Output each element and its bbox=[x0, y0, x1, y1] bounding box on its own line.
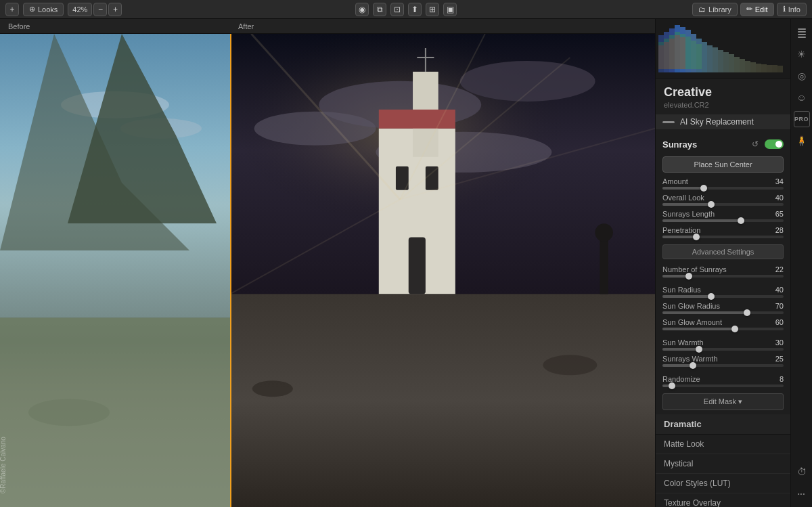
svg-rect-28 bbox=[600, 238, 608, 294]
info-button[interactable]: ℹ Info bbox=[777, 3, 807, 16]
grid-button[interactable]: ⊞ bbox=[426, 3, 439, 16]
svg-rect-64 bbox=[691, 41, 696, 69]
library-label: Library bbox=[708, 5, 731, 14]
zoom-control: 42% − + bbox=[68, 3, 122, 16]
sunrays-warmth-track[interactable] bbox=[662, 364, 784, 367]
overall-look-label: Overall Look bbox=[662, 194, 704, 202]
panel-subtitle: elevated.CR2 bbox=[656, 101, 790, 114]
svg-point-11 bbox=[460, 61, 595, 102]
zoom-out-button[interactable]: − bbox=[93, 3, 107, 16]
top-bar-right: 🗂 Library ✏ Edit ℹ Info bbox=[461, 3, 807, 16]
watermark: ©Raffaele Caivano bbox=[0, 437, 7, 493]
split-divider[interactable] bbox=[230, 34, 231, 507]
sun-glow-amount-slider-row: Sun Glow Amount 60 bbox=[656, 316, 790, 332]
histogram-area bbox=[656, 19, 790, 79]
svg-rect-71 bbox=[798, 28, 806, 30]
person-icon[interactable]: 🧍 bbox=[794, 133, 810, 149]
looks-button[interactable]: ⊕ Looks bbox=[23, 3, 64, 16]
sunrays-length-label: Sunrays Length bbox=[662, 210, 715, 218]
history-icon[interactable]: ⏱ bbox=[794, 464, 810, 480]
num-sunrays-slider-row: Number of Sunrays 22 bbox=[656, 263, 790, 280]
sunrays-length-value: 65 bbox=[767, 210, 784, 218]
place-sun-center-button[interactable]: Place Sun Center bbox=[662, 156, 784, 173]
edit-icon: ✏ bbox=[746, 5, 752, 14]
svg-rect-23 bbox=[409, 238, 426, 294]
add-button[interactable]: + bbox=[5, 3, 19, 16]
after-label: After bbox=[230, 19, 655, 33]
svg-rect-54 bbox=[761, 64, 767, 72]
edit-mask-button[interactable]: Edit Mask ▾ bbox=[662, 393, 784, 410]
sky-icon bbox=[662, 121, 675, 123]
sun-glow-radius-track[interactable] bbox=[662, 311, 784, 314]
before-after-labels: Before After bbox=[0, 19, 655, 34]
section-controls: ↺ bbox=[750, 139, 784, 150]
svg-rect-66 bbox=[658, 45, 664, 69]
randomize-track[interactable] bbox=[662, 384, 784, 387]
sun-warmth-slider-row: Sun Warmth 30 bbox=[656, 336, 790, 353]
sun-glow-amount-track[interactable] bbox=[662, 328, 784, 330]
svg-point-7 bbox=[28, 399, 110, 426]
matte-look-item[interactable]: Matte Look bbox=[656, 435, 790, 454]
dramatic-section[interactable]: Dramatic bbox=[656, 414, 790, 435]
svg-rect-44 bbox=[707, 45, 713, 72]
svg-rect-49 bbox=[734, 57, 740, 72]
library-icon: 🗂 bbox=[698, 5, 706, 14]
svg-rect-57 bbox=[777, 66, 783, 72]
pro-badge: PRO bbox=[794, 111, 810, 127]
retouch-icon[interactable]: ◎ bbox=[794, 68, 810, 84]
library-button[interactable]: 🗂 Library bbox=[692, 3, 738, 16]
crop-button[interactable]: ⊡ bbox=[390, 3, 404, 16]
view-button[interactable]: ▣ bbox=[443, 3, 457, 16]
num-sunrays-label: Number of Sunrays bbox=[662, 265, 727, 273]
svg-rect-24 bbox=[230, 294, 655, 507]
mystical-item[interactable]: Mystical bbox=[656, 454, 790, 474]
overall-look-track[interactable] bbox=[662, 203, 784, 206]
amount-track[interactable] bbox=[662, 187, 784, 190]
advanced-settings-button[interactable]: Advanced Settings bbox=[662, 244, 784, 259]
sunrays-toggle[interactable] bbox=[765, 139, 784, 149]
zoom-in-button[interactable]: + bbox=[108, 3, 122, 16]
num-sunrays-track[interactable] bbox=[662, 275, 784, 278]
amount-slider-row: Amount 34 bbox=[656, 175, 790, 192]
sunrays-length-track[interactable] bbox=[662, 219, 784, 222]
sun-icon[interactable]: ☀ bbox=[794, 46, 810, 62]
svg-rect-72 bbox=[798, 31, 806, 32]
color-styles-item[interactable]: Color Styles (LUT) bbox=[656, 474, 790, 493]
preview-button[interactable]: ◉ bbox=[355, 3, 369, 16]
svg-rect-51 bbox=[745, 61, 750, 72]
zoom-value[interactable]: 42% bbox=[68, 3, 92, 16]
main-content: Before After bbox=[0, 19, 812, 507]
svg-rect-53 bbox=[756, 64, 761, 72]
randomize-value: 8 bbox=[767, 375, 784, 383]
share-button[interactable]: ⬆ bbox=[408, 3, 422, 16]
reset-button[interactable]: ↺ bbox=[750, 139, 761, 150]
svg-rect-48 bbox=[729, 54, 734, 72]
layers-icon[interactable] bbox=[794, 24, 810, 41]
panel-content[interactable]: Creative elevated.CR2 AI Sky Replacement… bbox=[656, 79, 790, 507]
svg-rect-70 bbox=[680, 37, 685, 69]
before-text: Before bbox=[8, 22, 30, 30]
sun-radius-label: Sun Radius bbox=[662, 286, 701, 294]
more-icon[interactable]: ••• bbox=[794, 485, 810, 502]
edit-button[interactable]: ✏ Edit bbox=[740, 3, 774, 16]
svg-point-27 bbox=[543, 355, 597, 375]
overall-look-slider-row: Overall Look 40 bbox=[656, 192, 790, 208]
compare-button[interactable]: ⧉ bbox=[373, 3, 386, 16]
svg-point-12 bbox=[254, 112, 376, 146]
sun-warmth-track[interactable] bbox=[662, 348, 784, 351]
looks-label: Looks bbox=[38, 5, 58, 14]
face-icon[interactable]: ☺ bbox=[794, 89, 810, 106]
sun-radius-track[interactable] bbox=[662, 295, 784, 298]
texture-overlay-item[interactable]: Texture Overlay bbox=[656, 493, 790, 507]
sun-glow-amount-value: 60 bbox=[767, 318, 784, 326]
edit-label: Edit bbox=[755, 5, 768, 14]
svg-rect-50 bbox=[740, 59, 745, 72]
svg-rect-56 bbox=[772, 65, 777, 72]
sun-warmth-value: 30 bbox=[767, 338, 784, 347]
overall-look-value: 40 bbox=[767, 194, 784, 202]
sky-replacement-header[interactable]: AI Sky Replacement bbox=[656, 114, 790, 129]
svg-rect-43 bbox=[702, 42, 707, 72]
svg-rect-47 bbox=[723, 52, 729, 72]
penetration-track[interactable] bbox=[662, 236, 784, 238]
randomize-slider-row: Randomize 8 bbox=[656, 373, 790, 389]
